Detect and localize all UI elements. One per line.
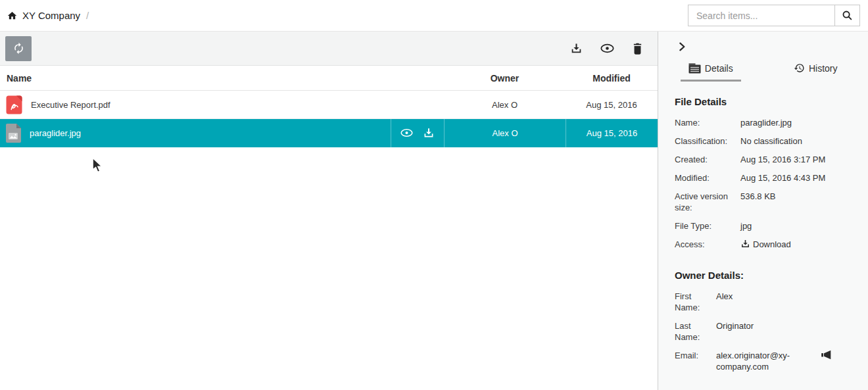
download-icon <box>570 42 583 55</box>
chevron-right-icon <box>677 41 868 52</box>
detail-row: Created: Aug 15, 2016 3:17 PM <box>675 154 859 165</box>
refresh-button[interactable] <box>5 36 32 61</box>
file-manager-app: XY Company / <box>0 0 868 390</box>
panel-body: File Details Name: paraglider.jpg Classi… <box>658 82 868 372</box>
file-name: Executive Report.pdf <box>31 100 110 110</box>
file-name: paraglider.jpg <box>30 128 81 138</box>
owner-row: Last Name: Originator <box>675 320 859 343</box>
preview-eye-icon <box>400 128 413 137</box>
panel-tabs: Details History <box>658 59 868 82</box>
header-owner[interactable]: Owner <box>444 73 566 84</box>
tab-label: History <box>809 63 838 74</box>
preview-eye-icon <box>600 43 614 53</box>
download-icon <box>423 127 435 139</box>
detail-row: Classification: No classification <box>675 135 859 147</box>
details-icon <box>688 63 701 74</box>
megaphone-icon[interactable] <box>821 350 859 372</box>
owner-row: First Name: Alex <box>675 291 859 313</box>
detail-row: Name: paraglider.jpg <box>675 117 859 128</box>
mouse-cursor <box>91 157 103 173</box>
file-name-cell: Executive Report.pdf <box>0 95 444 114</box>
breadcrumb-separator: / <box>86 10 89 21</box>
row-inline-actions <box>391 119 444 147</box>
detail-row: Active version size: 536.8 KB <box>675 191 859 213</box>
owner-cell: Alex O <box>444 100 566 110</box>
image-file-icon <box>6 124 21 143</box>
detail-row: File Type: jpg <box>675 220 859 232</box>
toolbar-actions <box>570 42 647 55</box>
pdf-file-icon <box>6 95 22 114</box>
table-row-jpg-selected[interactable]: paraglider.jpg <box>0 119 658 147</box>
detail-row: Modified: Aug 15, 2016 4:43 PM <box>675 172 859 183</box>
table-header: Name Owner Modified <box>0 66 658 91</box>
panel-collapse-button[interactable] <box>658 32 868 56</box>
toolbar <box>0 32 658 66</box>
tab-details[interactable]: Details <box>658 59 763 82</box>
owner-details-title: Owner Details: <box>675 270 859 281</box>
file-details-title: File Details <box>675 96 859 107</box>
top-bar: XY Company / <box>0 0 868 32</box>
tab-history[interactable]: History <box>763 59 868 82</box>
breadcrumb-root-link[interactable]: XY Company <box>22 10 80 21</box>
breadcrumb: XY Company / <box>7 10 89 21</box>
modified-cell: Aug 15, 2016 <box>566 100 658 110</box>
table-row-pdf[interactable]: Executive Report.pdf Alex O Aug 15, 2016 <box>0 91 658 119</box>
file-name-cell: paraglider.jpg <box>0 119 444 147</box>
delete-trash-icon <box>632 42 643 55</box>
download-button[interactable] <box>570 42 583 55</box>
preview-button[interactable] <box>600 43 614 53</box>
search-input[interactable] <box>688 5 834 26</box>
owner-row-email: Email: alex.originator@xy-company.com <box>675 350 859 372</box>
file-list-area: Name Owner Modified Executive Report.pdf <box>0 32 658 390</box>
download-icon <box>740 239 750 249</box>
search-box <box>688 5 860 26</box>
row-preview-button[interactable] <box>400 128 413 137</box>
home-icon[interactable] <box>7 11 18 21</box>
header-modified[interactable]: Modified <box>566 73 658 84</box>
details-side-panel: Details History File Details Name: <box>658 32 868 390</box>
search-button[interactable] <box>834 5 859 26</box>
modified-cell: Aug 15, 2016 <box>566 119 658 147</box>
owner-cell: Alex O <box>444 119 566 147</box>
search-icon <box>842 10 853 21</box>
history-icon <box>794 62 805 74</box>
delete-button[interactable] <box>632 42 643 55</box>
header-name[interactable]: Name <box>0 73 444 84</box>
tab-label: Details <box>705 63 733 74</box>
download-link[interactable]: Download <box>740 239 791 250</box>
detail-row-access: Access: Download <box>675 239 859 250</box>
row-download-button[interactable] <box>423 127 435 139</box>
refresh-icon <box>12 42 25 55</box>
